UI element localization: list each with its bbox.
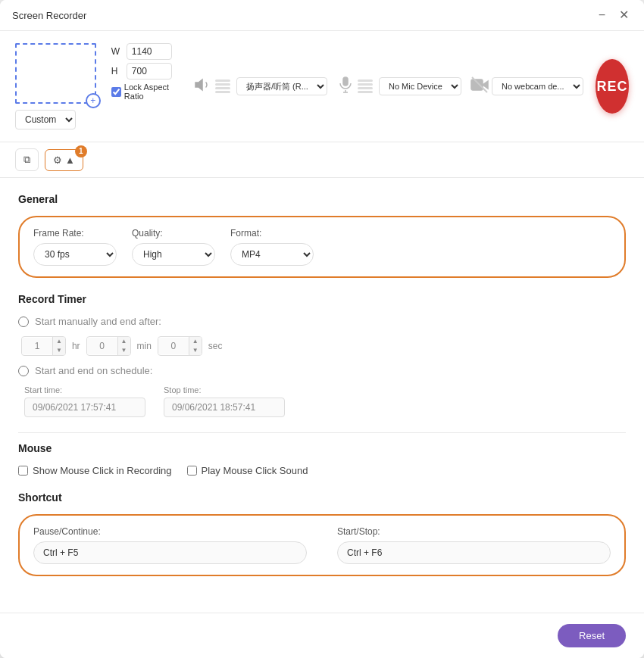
hr-spinner: ▲ ▼ [21, 336, 66, 356]
general-section-title: General [18, 193, 626, 205]
frame-rate-label: Frame Rate: [33, 228, 117, 239]
audio-section: 扬声器/听筒 (R... [194, 76, 583, 98]
shortcut-section: Shortcut Pause/Continue: Start/Stop: [18, 491, 626, 576]
min-spinner-btns: ▲ ▼ [117, 337, 130, 355]
hr-up-btn[interactable]: ▲ [53, 337, 65, 346]
title-bar: Screen Recorder − ✕ [0, 0, 644, 31]
schedule-label: Start and end on schedule: [35, 365, 152, 376]
quality-label: Quality: [132, 228, 215, 239]
window-title: Screen Recorder [12, 10, 86, 21]
divider-1 [18, 432, 626, 433]
mic-select[interactable]: No Mic Device [379, 77, 461, 95]
screen-selector: W H Lock Aspect Ratio Custom [15, 43, 182, 129]
min-input[interactable] [87, 338, 117, 354]
sec-down-btn[interactable]: ▼ [189, 346, 202, 355]
show-click-checkbox[interactable] [18, 466, 28, 476]
min-down-btn[interactable]: ▼ [118, 346, 130, 355]
start-time-label: Start time: [24, 385, 145, 394]
stop-time-input[interactable] [164, 398, 285, 417]
height-input[interactable] [127, 63, 172, 80]
manual-label: Start manually and end after: [35, 316, 161, 327]
gear-icon: ⚙ [53, 154, 62, 166]
start-time-input[interactable] [24, 398, 145, 417]
speaker-bars [215, 80, 230, 93]
copy-icon: ⧉ [23, 154, 30, 166]
main-window: Screen Recorder − ✕ W H [0, 0, 644, 658]
min-unit: min [137, 341, 152, 351]
main-content: General Frame Rate: 30 fps 15 fps 20 fps… [0, 178, 644, 613]
lock-ratio-container: Lock Aspect Ratio [111, 83, 182, 101]
width-input[interactable] [127, 43, 172, 60]
webcam-select[interactable]: No webcam de... [492, 77, 583, 95]
min-up-btn[interactable]: ▲ [118, 337, 130, 346]
start-stop-input[interactable] [337, 541, 611, 564]
window-controls: − ✕ [596, 8, 632, 23]
quality-item: Quality: High Low Medium [132, 228, 215, 266]
screen-frame[interactable] [15, 43, 96, 104]
svg-marker-0 [195, 80, 202, 90]
schedule-times: Start time: Stop time: [21, 385, 626, 417]
reset-button[interactable]: Reset [558, 624, 626, 647]
play-sound-item: Play Mouse Click Sound [187, 465, 308, 476]
start-stop-label: Start/Stop: [337, 526, 611, 537]
format-item: Format: MP4 AVI MOV FLV TS GIF [230, 228, 314, 266]
general-settings-group: Frame Rate: 30 fps 15 fps 20 fps 60 fps … [18, 216, 626, 278]
settings-button[interactable]: ⚙ ▲ 1 [45, 149, 83, 171]
mouse-section-title: Mouse [18, 442, 626, 454]
copy-button[interactable]: ⧉ [15, 148, 39, 171]
stop-time-group: Stop time: [164, 385, 285, 417]
format-label: Format: [230, 228, 314, 239]
show-click-label: Show Mouse Click in Recording [33, 465, 172, 476]
hr-unit: hr [72, 341, 80, 351]
width-label: W [111, 46, 122, 57]
rec-button[interactable]: REC [596, 59, 629, 114]
quality-select[interactable]: High Low Medium [132, 243, 215, 266]
hr-spinner-btns: ▲ ▼ [52, 337, 65, 355]
format-select[interactable]: MP4 AVI MOV FLV TS GIF [230, 243, 314, 266]
record-timer-title: Record Timer [18, 293, 626, 305]
preset-select[interactable]: Custom [15, 110, 76, 129]
speaker-select[interactable]: 扬声器/听筒 (R... [236, 77, 327, 95]
schedule-radio-row: Start and end on schedule: [18, 365, 626, 376]
play-sound-label: Play Mouse Click Sound [202, 465, 308, 476]
sec-spinner-btns: ▲ ▼ [189, 337, 202, 355]
close-button[interactable]: ✕ [616, 8, 632, 23]
start-time-group: Start time: [24, 385, 145, 417]
shortcut-group: Pause/Continue: Start/Stop: [18, 514, 626, 576]
schedule-radio[interactable] [18, 366, 29, 376]
manual-radio[interactable] [18, 317, 29, 327]
width-row: W [111, 43, 182, 60]
lock-ratio-label: Lock Aspect Ratio [124, 83, 182, 101]
top-section: W H Lock Aspect Ratio Custom [0, 31, 644, 142]
mic-group: No Mic Device [336, 76, 461, 98]
play-sound-checkbox[interactable] [187, 466, 197, 476]
min-spinner: ▲ ▼ [86, 336, 131, 356]
hr-input[interactable] [22, 338, 52, 354]
sec-input[interactable] [158, 338, 189, 354]
minimize-button[interactable]: − [596, 8, 608, 23]
mouse-section: Mouse Show Mouse Click in Recording Play… [18, 442, 626, 476]
webcam-icon [470, 76, 489, 98]
pause-shortcut-item: Pause/Continue: [33, 526, 307, 564]
lock-ratio-checkbox[interactable] [111, 87, 121, 97]
hr-down-btn[interactable]: ▼ [53, 346, 65, 355]
toolbar-row: ⧉ ⚙ ▲ 1 [0, 142, 644, 178]
chevron-up-icon: ▲ [65, 154, 75, 166]
height-row: H [111, 63, 182, 80]
settings-badge: 1 [75, 145, 87, 157]
manual-radio-row: Start manually and end after: [18, 316, 626, 327]
size-inputs: W H Lock Aspect Ratio [111, 43, 182, 101]
record-timer-section: Record Timer Start manually and end afte… [18, 293, 626, 417]
sec-spinner: ▲ ▼ [158, 336, 202, 356]
start-stop-shortcut-item: Start/Stop: [337, 526, 611, 564]
shortcut-section-title: Shortcut [18, 491, 626, 504]
mic-bars [358, 80, 373, 93]
svg-rect-1 [343, 77, 348, 86]
mouse-checkbox-row: Show Mouse Click in Recording Play Mouse… [18, 465, 626, 476]
pause-input[interactable] [33, 541, 307, 564]
stop-time-label: Stop time: [164, 385, 285, 394]
sec-up-btn[interactable]: ▲ [189, 337, 202, 346]
mic-icon [336, 76, 355, 98]
frame-rate-select[interactable]: 30 fps 15 fps 20 fps 60 fps [33, 243, 117, 266]
time-inputs-row: ▲ ▼ hr ▲ ▼ min ▲ [21, 336, 626, 356]
